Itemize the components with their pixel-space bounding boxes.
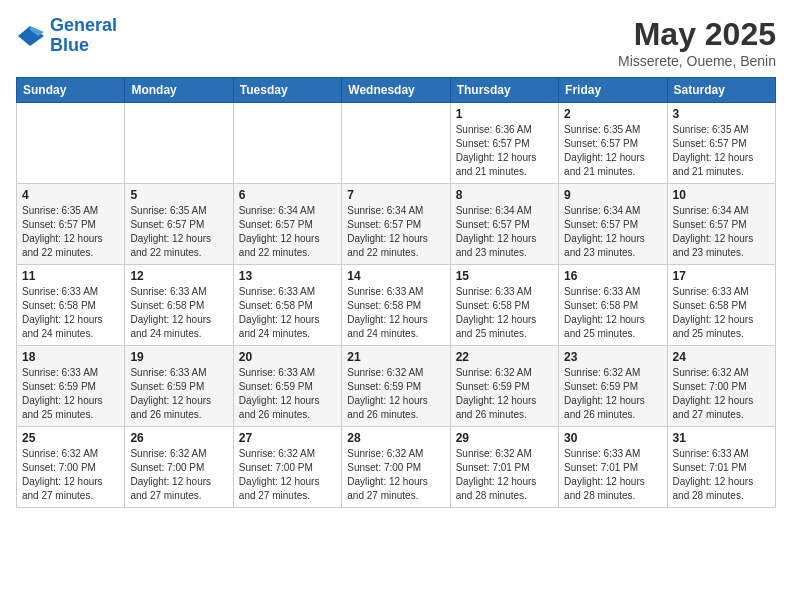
calendar-cell: 26Sunrise: 6:32 AMSunset: 7:00 PMDayligh… (125, 427, 233, 508)
calendar-cell: 3Sunrise: 6:35 AMSunset: 6:57 PMDaylight… (667, 103, 775, 184)
day-info: Sunrise: 6:32 AMSunset: 7:00 PMDaylight:… (130, 447, 227, 503)
day-info: Sunrise: 6:32 AMSunset: 7:00 PMDaylight:… (347, 447, 444, 503)
day-number: 15 (456, 269, 553, 283)
location-subtitle: Misserete, Oueme, Benin (618, 53, 776, 69)
day-info: Sunrise: 6:33 AMSunset: 6:58 PMDaylight:… (564, 285, 661, 341)
day-header-wednesday: Wednesday (342, 78, 450, 103)
day-number: 7 (347, 188, 444, 202)
day-info: Sunrise: 6:33 AMSunset: 6:59 PMDaylight:… (239, 366, 336, 422)
day-number: 28 (347, 431, 444, 445)
week-row-5: 25Sunrise: 6:32 AMSunset: 7:00 PMDayligh… (17, 427, 776, 508)
calendar-cell (125, 103, 233, 184)
day-info: Sunrise: 6:33 AMSunset: 6:58 PMDaylight:… (673, 285, 770, 341)
day-number: 25 (22, 431, 119, 445)
calendar-cell: 17Sunrise: 6:33 AMSunset: 6:58 PMDayligh… (667, 265, 775, 346)
calendar-cell: 23Sunrise: 6:32 AMSunset: 6:59 PMDayligh… (559, 346, 667, 427)
calendar-header-row: SundayMondayTuesdayWednesdayThursdayFrid… (17, 78, 776, 103)
calendar-cell: 12Sunrise: 6:33 AMSunset: 6:58 PMDayligh… (125, 265, 233, 346)
day-number: 13 (239, 269, 336, 283)
calendar-cell: 28Sunrise: 6:32 AMSunset: 7:00 PMDayligh… (342, 427, 450, 508)
calendar-cell (17, 103, 125, 184)
calendar-cell: 2Sunrise: 6:35 AMSunset: 6:57 PMDaylight… (559, 103, 667, 184)
calendar-cell (233, 103, 341, 184)
day-number: 27 (239, 431, 336, 445)
day-header-thursday: Thursday (450, 78, 558, 103)
logo-line1: General (50, 15, 117, 35)
day-info: Sunrise: 6:33 AMSunset: 6:58 PMDaylight:… (130, 285, 227, 341)
week-row-1: 1Sunrise: 6:36 AMSunset: 6:57 PMDaylight… (17, 103, 776, 184)
page-header: General Blue May 2025 Misserete, Oueme, … (16, 16, 776, 69)
day-info: Sunrise: 6:35 AMSunset: 6:57 PMDaylight:… (22, 204, 119, 260)
calendar-cell: 20Sunrise: 6:33 AMSunset: 6:59 PMDayligh… (233, 346, 341, 427)
day-number: 31 (673, 431, 770, 445)
day-info: Sunrise: 6:33 AMSunset: 7:01 PMDaylight:… (564, 447, 661, 503)
day-number: 14 (347, 269, 444, 283)
day-info: Sunrise: 6:33 AMSunset: 6:59 PMDaylight:… (130, 366, 227, 422)
calendar-cell: 4Sunrise: 6:35 AMSunset: 6:57 PMDaylight… (17, 184, 125, 265)
day-info: Sunrise: 6:33 AMSunset: 6:58 PMDaylight:… (456, 285, 553, 341)
calendar-cell: 8Sunrise: 6:34 AMSunset: 6:57 PMDaylight… (450, 184, 558, 265)
day-info: Sunrise: 6:35 AMSunset: 6:57 PMDaylight:… (564, 123, 661, 179)
logo-line2: Blue (50, 36, 117, 56)
day-number: 11 (22, 269, 119, 283)
calendar-cell: 31Sunrise: 6:33 AMSunset: 7:01 PMDayligh… (667, 427, 775, 508)
day-info: Sunrise: 6:34 AMSunset: 6:57 PMDaylight:… (347, 204, 444, 260)
day-number: 2 (564, 107, 661, 121)
week-row-3: 11Sunrise: 6:33 AMSunset: 6:58 PMDayligh… (17, 265, 776, 346)
day-number: 23 (564, 350, 661, 364)
day-info: Sunrise: 6:36 AMSunset: 6:57 PMDaylight:… (456, 123, 553, 179)
day-number: 19 (130, 350, 227, 364)
day-info: Sunrise: 6:33 AMSunset: 6:58 PMDaylight:… (347, 285, 444, 341)
day-info: Sunrise: 6:32 AMSunset: 7:00 PMDaylight:… (673, 366, 770, 422)
day-number: 17 (673, 269, 770, 283)
day-number: 3 (673, 107, 770, 121)
day-info: Sunrise: 6:35 AMSunset: 6:57 PMDaylight:… (673, 123, 770, 179)
calendar-cell: 6Sunrise: 6:34 AMSunset: 6:57 PMDaylight… (233, 184, 341, 265)
month-title: May 2025 (618, 16, 776, 53)
day-info: Sunrise: 6:33 AMSunset: 7:01 PMDaylight:… (673, 447, 770, 503)
calendar-cell: 1Sunrise: 6:36 AMSunset: 6:57 PMDaylight… (450, 103, 558, 184)
calendar-cell (342, 103, 450, 184)
logo-text: General Blue (50, 16, 117, 56)
day-number: 18 (22, 350, 119, 364)
day-number: 26 (130, 431, 227, 445)
calendar-cell: 5Sunrise: 6:35 AMSunset: 6:57 PMDaylight… (125, 184, 233, 265)
day-info: Sunrise: 6:33 AMSunset: 6:58 PMDaylight:… (239, 285, 336, 341)
day-info: Sunrise: 6:32 AMSunset: 7:00 PMDaylight:… (239, 447, 336, 503)
day-info: Sunrise: 6:33 AMSunset: 6:59 PMDaylight:… (22, 366, 119, 422)
day-info: Sunrise: 6:32 AMSunset: 6:59 PMDaylight:… (347, 366, 444, 422)
day-number: 30 (564, 431, 661, 445)
calendar-cell: 19Sunrise: 6:33 AMSunset: 6:59 PMDayligh… (125, 346, 233, 427)
day-number: 29 (456, 431, 553, 445)
day-header-sunday: Sunday (17, 78, 125, 103)
week-row-4: 18Sunrise: 6:33 AMSunset: 6:59 PMDayligh… (17, 346, 776, 427)
day-number: 12 (130, 269, 227, 283)
day-info: Sunrise: 6:33 AMSunset: 6:58 PMDaylight:… (22, 285, 119, 341)
calendar-cell: 27Sunrise: 6:32 AMSunset: 7:00 PMDayligh… (233, 427, 341, 508)
title-block: May 2025 Misserete, Oueme, Benin (618, 16, 776, 69)
calendar-body: 1Sunrise: 6:36 AMSunset: 6:57 PMDaylight… (17, 103, 776, 508)
logo-icon (16, 24, 46, 48)
day-number: 22 (456, 350, 553, 364)
day-header-friday: Friday (559, 78, 667, 103)
day-number: 20 (239, 350, 336, 364)
day-number: 10 (673, 188, 770, 202)
day-number: 1 (456, 107, 553, 121)
day-number: 4 (22, 188, 119, 202)
calendar-cell: 30Sunrise: 6:33 AMSunset: 7:01 PMDayligh… (559, 427, 667, 508)
day-header-saturday: Saturday (667, 78, 775, 103)
day-info: Sunrise: 6:34 AMSunset: 6:57 PMDaylight:… (239, 204, 336, 260)
day-info: Sunrise: 6:32 AMSunset: 6:59 PMDaylight:… (564, 366, 661, 422)
calendar-cell: 22Sunrise: 6:32 AMSunset: 6:59 PMDayligh… (450, 346, 558, 427)
day-info: Sunrise: 6:34 AMSunset: 6:57 PMDaylight:… (564, 204, 661, 260)
calendar-cell: 11Sunrise: 6:33 AMSunset: 6:58 PMDayligh… (17, 265, 125, 346)
day-number: 16 (564, 269, 661, 283)
day-number: 5 (130, 188, 227, 202)
day-number: 6 (239, 188, 336, 202)
day-header-tuesday: Tuesday (233, 78, 341, 103)
calendar-cell: 18Sunrise: 6:33 AMSunset: 6:59 PMDayligh… (17, 346, 125, 427)
calendar-cell: 25Sunrise: 6:32 AMSunset: 7:00 PMDayligh… (17, 427, 125, 508)
day-number: 21 (347, 350, 444, 364)
calendar-cell: 7Sunrise: 6:34 AMSunset: 6:57 PMDaylight… (342, 184, 450, 265)
logo: General Blue (16, 16, 117, 56)
